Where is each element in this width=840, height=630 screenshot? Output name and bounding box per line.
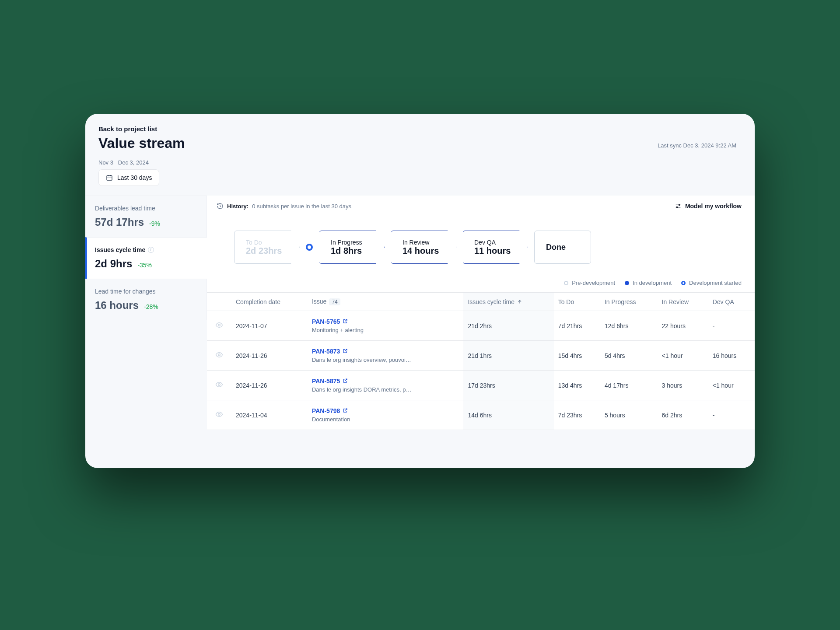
sliders-icon <box>675 203 682 210</box>
svg-point-4 <box>218 354 220 356</box>
external-link-icon <box>343 378 348 385</box>
cell-in-progress: 5 hours <box>600 400 658 430</box>
cell-completion-date: 2024-11-04 <box>231 400 308 430</box>
issue-description: Documentation <box>312 416 413 423</box>
cell-completion-date: 2024-11-26 <box>231 341 308 371</box>
cell-cycle-time: 21d 1hrs <box>463 341 553 371</box>
cell-dev-qa: - <box>708 311 755 341</box>
cell-dev-qa: <1 hour <box>708 371 755 400</box>
last-sync-text: Last sync Dec 3, 2024 9:22 AM <box>658 142 736 151</box>
row-visibility-toggle[interactable] <box>207 400 231 430</box>
col-todo[interactable]: To Do <box>554 293 600 311</box>
calendar-icon <box>106 174 113 181</box>
stage-label: In Review <box>402 239 444 246</box>
row-visibility-toggle[interactable] <box>207 371 231 400</box>
col-completion-date[interactable]: Completion date <box>231 293 308 311</box>
stage-dev-qa[interactable]: Dev QA 11 hours <box>462 231 528 264</box>
cell-todo: 13d 4hrs <box>554 371 600 400</box>
metric-value: 2d 9hrs <box>95 258 132 270</box>
row-visibility-toggle[interactable] <box>207 341 231 371</box>
issue-description: Monitoring + alerting <box>312 327 413 333</box>
date-range-button[interactable]: Last 30 days <box>98 169 159 186</box>
cell-in-review: 3 hours <box>658 371 708 400</box>
col-issue[interactable]: Issue74 <box>308 293 464 311</box>
model-workflow-button[interactable]: Model my workflow <box>675 203 742 210</box>
cell-in-progress: 5d 4hrs <box>600 341 658 371</box>
stage-value: 2d 23hrs <box>246 246 288 256</box>
legend-pre-development: Pre-development <box>564 280 615 286</box>
date-range-button-label: Last 30 days <box>117 174 152 181</box>
issue-link[interactable]: PAN-5875 <box>312 378 348 385</box>
table-row[interactable]: 2024-11-07PAN-5765 Monitoring + alerting… <box>207 311 755 341</box>
issue-link[interactable]: PAN-5765 <box>312 318 348 325</box>
legend: Pre-development In development Developme… <box>207 280 755 292</box>
issue-description: Dans le org insights overview, pouvoir f… <box>312 357 413 363</box>
metric-deliverables-lead-time[interactable]: Deliverables lead time 57d 17hrs -9% <box>85 196 207 237</box>
issue-link[interactable]: PAN-5798 <box>312 407 348 414</box>
external-link-icon <box>343 348 348 355</box>
svg-point-5 <box>218 384 220 386</box>
cell-issue: PAN-5765 Monitoring + alerting <box>308 311 464 341</box>
col-in-progress[interactable]: In Progress <box>600 293 658 311</box>
metric-label: Deliverables lead time <box>95 205 197 212</box>
history-text: History: 0 subtasks per issue in the las… <box>217 203 351 210</box>
date-range: Nov 3 –Dec 3, 2024 <box>98 159 742 166</box>
stage-done[interactable]: Done <box>534 231 591 264</box>
col-in-review[interactable]: In Review <box>658 293 708 311</box>
svg-point-2 <box>676 206 678 208</box>
cell-in-review: 6d 2hrs <box>658 400 708 430</box>
table-row[interactable]: 2024-11-26PAN-5873 Dans le org insights … <box>207 341 755 371</box>
cell-issue: PAN-5873 Dans le org insights overview, … <box>308 341 464 371</box>
stage-todo[interactable]: To Do 2d 23hrs <box>234 231 300 264</box>
main-panel: History: 0 subtasks per issue in the las… <box>207 196 755 430</box>
legend-development-started: Development started <box>681 280 742 286</box>
legend-in-development: In development <box>625 280 672 286</box>
stage-in-review[interactable]: In Review 14 hours <box>391 231 456 264</box>
metric-label: Issues cycle time <box>95 246 197 253</box>
development-started-dot-icon <box>306 244 313 251</box>
cell-cycle-time: 14d 6hrs <box>463 400 553 430</box>
back-to-projects-link[interactable]: Back to project list <box>98 125 185 133</box>
svg-rect-0 <box>107 175 112 180</box>
stage-label: Dev QA <box>474 239 516 246</box>
cell-todo: 7d 21hrs <box>554 311 600 341</box>
metric-value: 57d 17hrs <box>95 216 144 228</box>
workflow-stages: To Do 2d 23hrs In Progress 1d 8hrs In Re… <box>207 216 755 280</box>
arrow-up-icon <box>517 299 522 304</box>
cell-completion-date: 2024-11-07 <box>231 311 308 341</box>
stage-label: To Do <box>246 239 288 246</box>
metrics-sidebar: Deliverables lead time 57d 17hrs -9% Iss… <box>85 196 207 430</box>
svg-point-1 <box>679 204 680 206</box>
external-link-icon <box>343 318 348 325</box>
svg-point-6 <box>218 413 220 416</box>
cell-in-review: <1 hour <box>658 341 708 371</box>
metric-value: 16 hours <box>95 299 139 312</box>
header: Back to project list Value stream Last s… <box>85 114 755 151</box>
info-icon[interactable] <box>148 247 154 253</box>
metric-delta: -35% <box>137 262 152 269</box>
metric-issues-cycle-time[interactable]: Issues cycle time 2d 9hrs -35% <box>85 237 207 279</box>
issue-count-pill: 74 <box>329 298 340 305</box>
cell-dev-qa: 16 hours <box>708 341 755 371</box>
cell-cycle-time: 21d 2hrs <box>463 311 553 341</box>
cell-dev-qa: - <box>708 400 755 430</box>
issue-link[interactable]: PAN-5873 <box>312 348 348 355</box>
col-issues-cycle-time[interactable]: Issues cycle time <box>463 293 553 311</box>
date-picker-row: Nov 3 –Dec 3, 2024 Last 30 days <box>85 151 755 186</box>
cell-todo: 7d 23hrs <box>554 400 600 430</box>
svg-point-3 <box>218 324 220 326</box>
stage-value: Done <box>546 243 579 252</box>
cell-issue: PAN-5875 Dans le org insights DORA metri… <box>308 371 464 400</box>
table-row[interactable]: 2024-11-26PAN-5875 Dans le org insights … <box>207 371 755 400</box>
issues-table: Completion date Issue74 Issues cycle tim… <box>207 292 755 430</box>
page-title: Value stream <box>98 135 185 151</box>
metric-lead-time-for-changes[interactable]: Lead time for changes 16 hours -28% <box>85 279 207 320</box>
row-visibility-toggle[interactable] <box>207 311 231 341</box>
cell-in-review: 22 hours <box>658 311 708 341</box>
cell-issue: PAN-5798 Documentation <box>308 400 464 430</box>
table-row[interactable]: 2024-11-04PAN-5798 Documentation14d 6hrs… <box>207 400 755 430</box>
cell-todo: 15d 4hrs <box>554 341 600 371</box>
col-dev-qa[interactable]: Dev QA <box>708 293 755 311</box>
stage-in-progress[interactable]: In Progress 1d 8hrs <box>319 231 385 264</box>
cell-in-progress: 4d 17hrs <box>600 371 658 400</box>
